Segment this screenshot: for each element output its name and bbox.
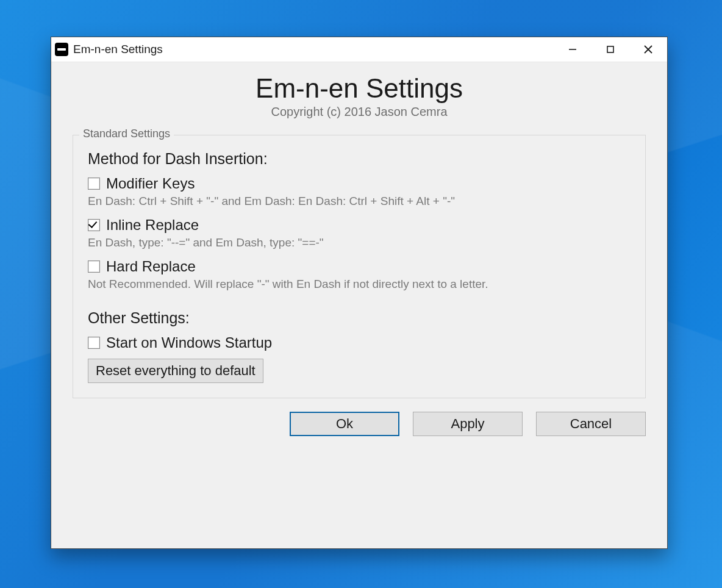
maximize-icon <box>606 45 615 54</box>
other-section-title: Other Settings: <box>88 309 631 327</box>
option-description: Not Recommended. Will replace "-" with E… <box>88 278 631 291</box>
option-row[interactable]: Start on Windows Startup <box>88 334 631 351</box>
page-title: Em-n-en Settings <box>51 73 667 104</box>
method-section-title: Method for Dash Insertion: <box>88 150 631 168</box>
close-icon <box>643 45 653 54</box>
option-modifier-keys: Modifier Keys En Dash: Ctrl + Shift + "-… <box>88 175 631 208</box>
window-client-area: Em-n-en Settings Copyright (c) 2016 Jaso… <box>51 62 667 548</box>
checkbox-hard-replace[interactable] <box>88 260 100 273</box>
apply-button[interactable]: Apply <box>413 412 523 436</box>
maximize-button[interactable] <box>592 37 629 62</box>
titlebar[interactable]: Em-n-en Settings <box>51 37 667 62</box>
minimize-icon <box>568 45 577 54</box>
option-row[interactable]: Hard Replace <box>88 258 631 275</box>
option-label: Inline Replace <box>106 217 199 234</box>
standard-settings-group: Standard Settings Method for Dash Insert… <box>73 135 646 398</box>
desktop-background: Em-n-en Settings Em-n-en Settings Copyri… <box>0 0 722 588</box>
cancel-button[interactable]: Cancel <box>536 412 646 436</box>
option-label: Hard Replace <box>106 258 196 275</box>
option-startup: Start on Windows Startup <box>88 334 631 351</box>
option-inline-replace: Inline Replace En Dash, type: "--=" and … <box>88 217 631 249</box>
minimize-button[interactable] <box>554 37 592 62</box>
option-label: Modifier Keys <box>106 175 195 192</box>
copyright-text: Copyright (c) 2016 Jason Cemra <box>51 105 667 119</box>
option-description: En Dash: Ctrl + Shift + "-" and Em Dash:… <box>88 195 631 208</box>
window-title: Em-n-en Settings <box>73 43 163 56</box>
settings-window: Em-n-en Settings Em-n-en Settings Copyri… <box>51 37 668 549</box>
option-hard-replace: Hard Replace Not Recommended. Will repla… <box>88 258 631 291</box>
app-icon <box>55 43 68 56</box>
option-label: Start on Windows Startup <box>106 334 272 351</box>
groupbox-legend: Standard Settings <box>79 127 174 140</box>
option-row[interactable]: Inline Replace <box>88 217 631 234</box>
option-row[interactable]: Modifier Keys <box>88 175 631 192</box>
reset-button[interactable]: Reset everything to default <box>88 359 263 383</box>
checkbox-inline-replace[interactable] <box>88 219 100 231</box>
checkbox-startup[interactable] <box>88 337 100 349</box>
svg-rect-1 <box>607 46 613 52</box>
ok-button[interactable]: Ok <box>290 412 399 436</box>
dialog-footer: Ok Apply Cancel <box>51 398 667 436</box>
option-description: En Dash, type: "--=" and Em Dash, type: … <box>88 236 631 249</box>
checkbox-modifier-keys[interactable] <box>88 177 100 190</box>
close-button[interactable] <box>629 37 667 62</box>
